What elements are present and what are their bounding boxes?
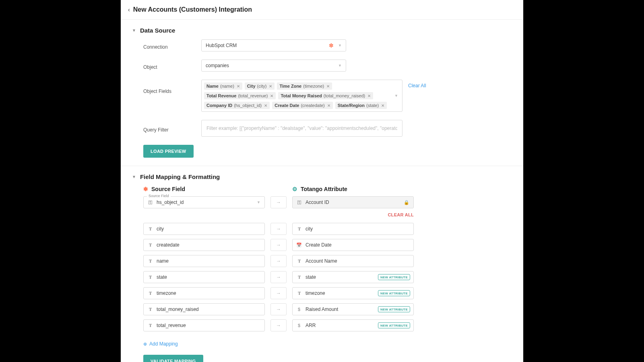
target-field-select[interactable]: 📅Create Date: [292, 239, 414, 251]
mapping-rows-container: 𝐓city→𝐓city𝐓createdate→📅Create Date𝐓name…: [143, 223, 512, 331]
source-header: ✽ Source Field: [143, 186, 265, 192]
load-preview-button[interactable]: LOAD PREVIEW: [143, 145, 194, 158]
chevron-down-icon: ▼: [394, 94, 398, 98]
mapping-row: 𝐓state→𝐓stateNEW ATTRIBUTE: [143, 271, 512, 283]
mapping-row: 𝐓timezone→𝐓timezoneNEW ATTRIBUTE: [143, 287, 512, 299]
chip-api: (state): [366, 103, 379, 108]
source-field-value: state: [157, 274, 167, 280]
target-field-value: Account Name: [305, 258, 337, 264]
target-field-select[interactable]: 𝐓stateNEW ATTRIBUTE: [292, 271, 414, 283]
arrow-right-icon: →: [270, 287, 287, 299]
source-field-value: city: [157, 226, 164, 232]
source-field-select[interactable]: 𝐓total_revenue: [143, 319, 265, 331]
new-attribute-badge: NEW ATTRIBUTE: [378, 306, 410, 313]
mapping-row: 𝐓createdate→📅Create Date: [143, 239, 512, 251]
back-icon[interactable]: ‹: [128, 7, 130, 12]
close-icon[interactable]: ✕: [367, 94, 371, 98]
new-attribute-badge: NEW ATTRIBUTE: [378, 290, 410, 296]
target-field-select[interactable]: $ARRNEW ATTRIBUTE: [292, 319, 414, 331]
close-icon[interactable]: ✕: [327, 103, 330, 108]
plus-icon: ⊕: [143, 341, 147, 347]
select-connection[interactable]: HubSpot CRM ✽ ▼: [201, 39, 346, 51]
target-field-select[interactable]: 𝐓Account Name: [292, 255, 414, 267]
source-field-value: total_revenue: [157, 323, 186, 328]
query-filter-input[interactable]: [201, 120, 402, 137]
text-type-icon: 𝐓: [148, 243, 153, 248]
row-object-fields: Object Fields ▼ Name (name)✕City (city)✕…: [143, 80, 512, 112]
chip-api: (name): [220, 84, 234, 88]
source-field-value: timezone: [157, 290, 176, 296]
multiselect-object-fields[interactable]: ▼ Name (name)✕City (city)✕Time Zone (tim…: [201, 80, 402, 112]
data-source-body: Connection HubSpot CRM ✽ ▼ Object compan…: [132, 39, 512, 158]
arrow-right-icon: →: [270, 303, 287, 315]
target-field-value: state: [305, 274, 316, 280]
field-chip: State/Region (state)✕: [335, 102, 387, 109]
chip-label: Total Money Raised: [281, 93, 322, 98]
source-header-label: Source Field: [151, 186, 185, 192]
text-type-icon: 𝐓: [148, 226, 153, 232]
add-mapping-button[interactable]: ⊕ Add Mapping: [143, 341, 178, 347]
target-field-select[interactable]: $Raised AmountNEW ATTRIBUTE: [292, 303, 414, 315]
label-object-fields: Object Fields: [143, 80, 201, 94]
source-field-select[interactable]: 𝐓createdate: [143, 239, 265, 251]
source-key-select[interactable]: Source Field ⚿ hs_object_id ▼: [143, 196, 265, 208]
field-chip: Name (name)✕: [204, 82, 242, 90]
text-type-icon: 𝐓: [148, 291, 153, 296]
chip-label: Create Date: [275, 103, 299, 108]
clear-all-link[interactable]: Clear All: [408, 80, 426, 88]
target-field-select[interactable]: 𝐓timezoneNEW ATTRIBUTE: [292, 287, 414, 299]
source-field-select[interactable]: 𝐓state: [143, 271, 265, 283]
chip-label: Company ID: [206, 103, 232, 108]
section-title: Data Source: [140, 27, 175, 34]
close-icon[interactable]: ✕: [270, 94, 273, 98]
date-type-icon: 📅: [297, 243, 301, 248]
source-field-select[interactable]: 𝐓name: [143, 255, 265, 267]
new-attribute-badge: NEW ATTRIBUTE: [378, 323, 410, 329]
field-chip: Time Zone (timezone)✕: [277, 82, 332, 90]
field-chip: Create Date (createdate)✕: [272, 102, 332, 109]
target-key-box: ⚿ Account ID 🔒: [292, 196, 414, 208]
totango-icon: ⚙: [292, 186, 297, 192]
mapping-row: 𝐓total_revenue→$ARRNEW ATTRIBUTE: [143, 319, 512, 331]
hubspot-icon: ✽: [143, 186, 148, 192]
chip-label: Time Zone: [279, 84, 301, 88]
text-type-icon: 𝐓: [148, 307, 153, 312]
close-icon[interactable]: ✕: [326, 84, 330, 88]
label-connection: Connection: [143, 41, 201, 50]
target-field-select[interactable]: 𝐓city: [292, 223, 414, 235]
chevron-down-icon[interactable]: ▼: [132, 175, 136, 179]
chip-api: (hs_object_id): [234, 103, 262, 108]
source-field-select[interactable]: 𝐓timezone: [143, 287, 265, 299]
text-type-icon: 𝐓: [148, 323, 153, 328]
add-mapping-label: Add Mapping: [149, 341, 178, 347]
arrow-right-icon: →: [270, 239, 287, 251]
close-icon[interactable]: ✕: [269, 84, 272, 88]
close-icon[interactable]: ✕: [264, 103, 267, 108]
mapping-row: 𝐓total_money_raised→$Raised AmountNEW AT…: [143, 303, 512, 315]
field-chip: Total Revenue (total_revenue)✕: [204, 92, 276, 99]
fieldset-label: Source Field: [147, 194, 171, 198]
chevron-down-icon[interactable]: ▼: [132, 28, 136, 33]
app-window: ‹ New Accounts (Customers) Integration ▼…: [121, 0, 523, 362]
target-key-value: Account ID: [305, 200, 329, 205]
text-type-icon: 𝐓: [297, 259, 301, 264]
section-data-source: ▼ Data Source Connection HubSpot CRM ✽ ▼…: [121, 20, 523, 166]
field-chip: Company ID (hs_object_id)✕: [204, 102, 270, 109]
close-icon[interactable]: ✕: [381, 103, 384, 108]
section-heading-mapping: ▼ Field Mapping & Formatting: [132, 173, 512, 180]
text-type-icon: 𝐓: [148, 259, 153, 264]
validate-mapping-button[interactable]: VALIDATE MAPPING: [143, 355, 203, 362]
chip-label: State/Region: [338, 103, 365, 108]
target-field-value: timezone: [305, 290, 325, 296]
chip-label: Name: [206, 84, 219, 88]
clear-all-button[interactable]: CLEAR ALL: [143, 212, 414, 217]
source-field-select[interactable]: 𝐓total_money_raised: [143, 303, 265, 315]
select-object[interactable]: companies ▼: [201, 60, 346, 72]
source-field-value: total_money_raised: [157, 306, 199, 312]
arrow-right-icon: →: [270, 255, 287, 267]
close-icon[interactable]: ✕: [237, 84, 240, 88]
label-object: Object: [143, 61, 201, 70]
source-field-select[interactable]: 𝐓city: [143, 223, 265, 235]
target-field-value: Raised Amount: [305, 306, 338, 312]
mapping-row: 𝐓name→𝐓Account Name: [143, 255, 512, 267]
